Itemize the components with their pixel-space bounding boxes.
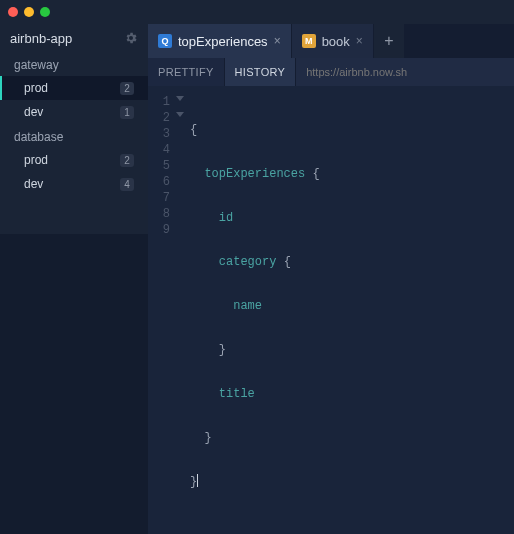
sidebar-group-database: database [0,124,148,148]
sidebar: airbnb-app gateway prod 2 dev 1 database… [0,24,148,534]
tab-topexperiences[interactable]: Q topExperiences × [148,24,292,58]
close-icon[interactable]: × [274,34,281,48]
mutation-icon: M [302,34,316,48]
new-tab-button[interactable]: + [374,24,404,58]
app-title: airbnb-app [10,31,72,46]
sidebar-item-gateway-dev[interactable]: dev 1 [0,100,148,124]
env-badge: 4 [120,178,134,191]
text-cursor [197,474,198,487]
sidebar-item-database-prod[interactable]: prod 2 [0,148,148,172]
env-badge: 2 [120,154,134,167]
sidebar-item-database-dev[interactable]: dev 4 [0,172,148,196]
tabs-row: Q topExperiences × M book × + [148,24,514,58]
sidebar-group-gateway: gateway [0,52,148,76]
env-label: prod [24,81,48,95]
env-label: dev [24,105,43,119]
app-title-row: airbnb-app [0,24,148,52]
tab-label: topExperiences [178,34,268,49]
traffic-light-zoom-icon[interactable] [40,7,50,17]
toolbar: PRETTIFY HISTORY [148,58,514,86]
history-button[interactable]: HISTORY [225,58,297,86]
content-pane: Q topExperiences × M book × + PRETTIFY H… [148,24,514,534]
query-editor[interactable]: 1 2 3 4 5 6 7 8 9 { topExperiences { id … [148,86,514,534]
window-titlebar [0,0,514,24]
traffic-light-minimize-icon[interactable] [24,7,34,17]
traffic-light-close-icon[interactable] [8,7,18,17]
query-icon: Q [158,34,172,48]
sidebar-item-gateway-prod[interactable]: prod 2 [0,76,148,100]
endpoint-url-input[interactable] [296,58,514,86]
gear-icon[interactable] [124,31,138,45]
editor-code[interactable]: { topExperiences { id category { name } … [176,94,514,534]
fold-icon[interactable] [176,112,184,117]
tab-book[interactable]: M book × [292,24,374,58]
close-icon[interactable]: × [356,34,363,48]
env-label: prod [24,153,48,167]
env-label: dev [24,177,43,191]
editor-gutter: 1 2 3 4 5 6 7 8 9 [148,94,176,534]
tab-label: book [322,34,350,49]
env-badge: 1 [120,106,134,119]
sidebar-empty-area [0,234,148,534]
prettify-button[interactable]: PRETTIFY [148,58,225,86]
env-badge: 2 [120,82,134,95]
fold-icon[interactable] [176,96,184,101]
